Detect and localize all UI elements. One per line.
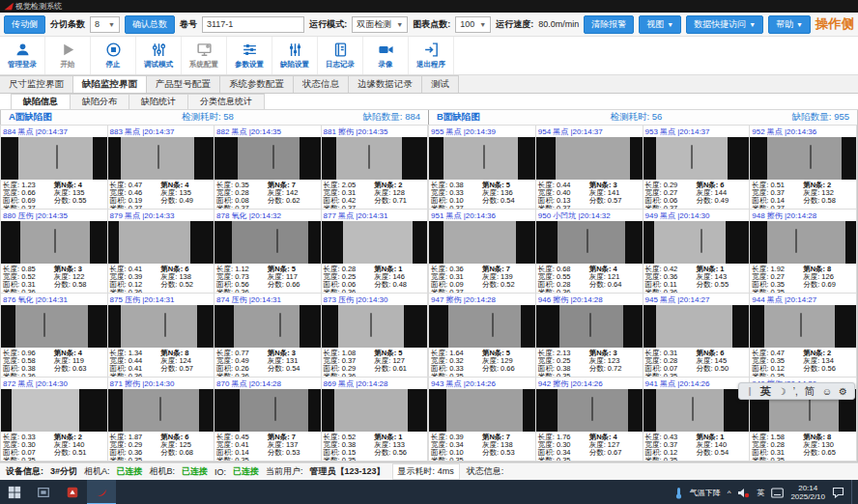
- taskbar-active-app-icon[interactable]: [87, 480, 116, 504]
- device-info-value: 3#分切: [50, 465, 77, 478]
- defect-cell-title: 955 黑点 |20:14:39: [429, 126, 535, 137]
- defect-metrics: 长度: 0.39宽度: 0.34面积: 0.10米数: 0.35第N条: 7灰度…: [429, 432, 535, 462]
- defect-cell[interactable]: 880 压伤 |20:14:35长度: 0.85宽度: 0.52面积: 0.31…: [0, 209, 108, 294]
- system-tray: 气温下降 ^ 英 20:14 2025/2/10: [674, 480, 858, 504]
- defect-cell[interactable]: 953 黑点 |20:14:37长度: 0.29宽度: 0.27面积: 0.06…: [643, 125, 751, 210]
- defect-cell[interactable]: 947 擦伤 |20:14:28长度: 1.64宽度: 0.32面积: 0.33…: [428, 293, 536, 378]
- ime-toolbar[interactable]: ❙ 英 ☽ ’, 简 ☺ ⚙: [738, 382, 855, 400]
- run-mode-select[interactable]: 双面检测 ▼: [352, 16, 408, 33]
- defect-cell[interactable]: 874 压伤 |20:14:31长度: 0.77宽度: 0.49面积: 0.26…: [214, 293, 322, 378]
- ime-simplified-toggle[interactable]: 简: [805, 384, 815, 399]
- tab-缺陷信息[interactable]: 缺陷信息: [11, 94, 71, 109]
- taskbar-app-icon[interactable]: [58, 480, 87, 504]
- toolbar-button-tune[interactable]: 调试模式: [136, 37, 182, 74]
- defect-cell[interactable]: 872 黑点 |20:14:30长度: 0.33宽度: 0.30面积: 0.07…: [0, 377, 108, 462]
- tab-状态信息[interactable]: 状态信息: [293, 75, 349, 93]
- taskbar-clock[interactable]: 20:14 2025/2/10: [790, 484, 825, 501]
- current-user-value: 管理员【123-123】: [310, 465, 386, 478]
- view-menu-button[interactable]: 视图▼: [639, 15, 681, 34]
- defect-cell-title: 880 压伤 |20:14:35: [1, 210, 107, 221]
- ime-keyboard-icon[interactable]: [771, 488, 784, 498]
- tab-尺寸监控界面[interactable]: 尺寸监控界面: [0, 75, 73, 93]
- punctuation-icon[interactable]: ’,: [793, 386, 798, 397]
- defect-cell[interactable]: 943 黑点 |20:14:26长度: 0.39宽度: 0.34面积: 0.10…: [428, 377, 536, 462]
- toolbar-button-stop[interactable]: 停止: [91, 37, 136, 74]
- tray-expand-chevron[interactable]: ^: [728, 489, 731, 497]
- defect-cell[interactable]: 871 擦伤 |20:14:30长度: 1.87宽度: 0.29面积: 0.36…: [107, 377, 215, 462]
- defect-cell[interactable]: 877 黑点 |20:14:31长度: 0.28宽度: 0.25面积: 0.06…: [321, 209, 429, 294]
- defect-cell[interactable]: 876 氧化 |20:14:31长度: 0.96宽度: 0.58面积: 0.38…: [0, 293, 108, 378]
- chart-points-select[interactable]: 100 ▼: [455, 16, 491, 33]
- slit-count-select[interactable]: 8 ▼: [90, 16, 120, 33]
- data-access-menu-button[interactable]: 数据快捷访问▼: [686, 15, 763, 34]
- toolbar-button-monitor[interactable]: 系统配置: [182, 37, 227, 74]
- toolbar-button-sliders-h[interactable]: 参数设置: [227, 37, 272, 74]
- toolbar-button-user[interactable]: 管理登录: [0, 37, 45, 74]
- weather-text[interactable]: 气温下降: [690, 488, 721, 498]
- gear-icon[interactable]: ⚙: [839, 386, 847, 397]
- windows-taskbar: 气温下降 ^ 英 20:14 2025/2/10: [0, 480, 858, 504]
- defect-cell[interactable]: 944 黑点 |20:14:27长度: 0.47宽度: 0.35面积: 0.12…: [749, 293, 857, 378]
- defect-cell-title: 874 压伤 |20:14:31: [214, 294, 321, 305]
- language-indicator[interactable]: 英: [757, 488, 764, 498]
- chart-points-label: 图表点数:: [413, 18, 450, 31]
- tab-产品型号配置[interactable]: 产品型号配置: [146, 75, 220, 93]
- toolbar-button-exit[interactable]: 退出程序: [409, 37, 454, 74]
- show-desktop-button[interactable]: [851, 480, 854, 504]
- toolbar-button-label: 缺陷设置: [280, 60, 309, 70]
- defect-cell[interactable]: 954 黑点 |20:14:37长度: 0.44宽度: 0.40面积: 0.13…: [535, 125, 644, 210]
- tab-测试[interactable]: 测试: [421, 75, 459, 93]
- defect-cell[interactable]: 879 黑点 |20:14:33长度: 0.41宽度: 0.39面积: 0.12…: [107, 209, 215, 294]
- defect-cell[interactable]: 941 黑点 |20:14:26长度: 0.43宽度: 0.37面积: 0.12…: [643, 377, 751, 462]
- tab-缺陷分布[interactable]: 缺陷分布: [70, 94, 129, 109]
- defect-metrics: 长度: 2.13宽度: 0.25面积: 0.38米数: 0.35第N条: 3灰度…: [536, 348, 643, 378]
- window-title: 视觉检测系统: [15, 1, 62, 12]
- confirm-total-button[interactable]: 确认总数: [125, 15, 175, 34]
- defect-cell[interactable]: 945 黑点 |20:14:27长度: 0.31宽度: 0.28面积: 0.07…: [643, 293, 751, 378]
- tab-缺陷统计[interactable]: 缺陷统计: [129, 94, 188, 109]
- drive-side-button[interactable]: 传动侧: [4, 15, 45, 34]
- tab-系统参数配置[interactable]: 系统参数配置: [219, 75, 294, 93]
- help-menu-button[interactable]: 帮助▼: [768, 15, 811, 34]
- defect-cell-title: 948 擦伤 |20:14:28: [750, 210, 856, 221]
- defect-cell[interactable]: 948 擦伤 |20:14:28长度: 1.92宽度: 0.27面积: 0.35…: [749, 209, 857, 294]
- defect-cell[interactable]: 949 黑点 |20:14:30长度: 0.42宽度: 0.36面积: 0.11…: [643, 209, 751, 294]
- defect-cell[interactable]: 951 黑点 |20:14:36长度: 0.36宽度: 0.31面积: 0.09…: [428, 209, 536, 294]
- defect-image: [536, 137, 643, 180]
- tab-边缘数据记录[interactable]: 边缘数据记录: [348, 75, 422, 93]
- toolbar-button-play[interactable]: 开始: [45, 37, 91, 74]
- defect-cell[interactable]: 946 擦伤 |20:14:28长度: 2.13宽度: 0.25面积: 0.38…: [535, 293, 644, 378]
- drag-handle-icon[interactable]: ❙: [746, 386, 754, 396]
- toolbar-button-camera[interactable]: 录像: [363, 37, 409, 74]
- defect-cell[interactable]: 952 黑点 |20:14:36长度: 0.51宽度: 0.37面积: 0.14…: [749, 125, 857, 210]
- toolbar-button-sliders-v[interactable]: 缺陷设置: [272, 37, 318, 74]
- operator-side-button[interactable]: 操作侧: [815, 15, 854, 33]
- toolbar-button-log[interactable]: 日志记录: [318, 37, 363, 74]
- tab-缺陷监控界面[interactable]: 缺陷监控界面: [72, 75, 147, 93]
- roll-number-input[interactable]: 3117-1: [202, 16, 304, 33]
- defect-cell[interactable]: 882 黑点 |20:14:35长度: 0.35宽度: 0.28面积: 0.08…: [214, 125, 322, 210]
- defect-cell[interactable]: 870 黑点 |20:14:28长度: 0.45宽度: 0.41面积: 0.14…: [214, 377, 322, 462]
- defect-cell[interactable]: 878 氧化 |20:14:32长度: 1.12宽度: 0.73面积: 0.56…: [214, 209, 322, 294]
- defect-cell[interactable]: 869 黑点 |20:14:28长度: 0.52宽度: 0.38面积: 0.15…: [321, 377, 429, 462]
- defect-cell[interactable]: 873 压伤 |20:14:30长度: 1.08宽度: 0.37面积: 0.29…: [321, 293, 429, 378]
- defect-cell[interactable]: 955 黑点 |20:14:39长度: 0.38宽度: 0.33面积: 0.10…: [428, 125, 536, 210]
- defect-cell[interactable]: 883 黑点 |20:14:37长度: 0.47宽度: 0.46面积: 0.19…: [107, 125, 215, 210]
- ime-language-toggle[interactable]: 英: [760, 384, 771, 399]
- emoji-icon[interactable]: ☺: [822, 386, 832, 397]
- defect-cell[interactable]: 942 擦伤 |20:14:26长度: 1.76宽度: 0.30面积: 0.34…: [535, 377, 644, 462]
- tab-分类信息统计[interactable]: 分类信息统计: [187, 94, 265, 109]
- start-button[interactable]: [0, 480, 29, 504]
- clear-alarm-button[interactable]: 清除报警: [584, 15, 634, 34]
- speaker-muted-icon[interactable]: [737, 488, 750, 498]
- defect-cell[interactable]: 881 擦伤 |20:14:35长度: 2.05宽度: 0.31面积: 0.42…: [321, 125, 429, 210]
- notification-icon[interactable]: [832, 487, 844, 498]
- defect-cell-title: 873 压伤 |20:14:30: [322, 294, 428, 305]
- defect-cell[interactable]: 884 黑点 |20:14:37长度: 1.23宽度: 0.66面积: 0.69…: [0, 125, 108, 210]
- status-bar: 设备信息: 3#分切 相机A: 已连接 相机B: 已连接 IO: 已连接 当前用…: [0, 462, 858, 480]
- moon-icon[interactable]: ☽: [778, 386, 786, 397]
- sub-tabs: 缺陷信息缺陷分布缺陷统计分类信息统计: [0, 94, 858, 110]
- defect-cell[interactable]: 950 小凹坑 |20:14:32长度: 0.68宽度: 0.55面积: 0.2…: [535, 209, 644, 294]
- defect-cell[interactable]: 875 压伤 |20:14:31长度: 1.34宽度: 0.44面积: 0.41…: [107, 293, 215, 378]
- task-view-button[interactable]: [29, 480, 58, 504]
